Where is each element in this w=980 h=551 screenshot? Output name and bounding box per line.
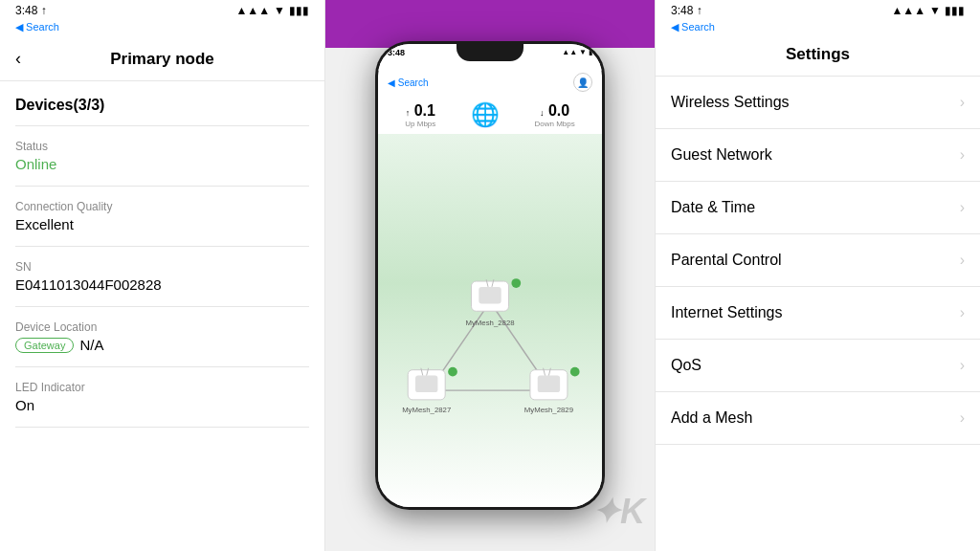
left-title: Primary node [110, 50, 214, 69]
phone-notch-area: 3:48 ▲▲ ▼ ▮ [378, 44, 602, 71]
left-content: Devices(3/3) Status Online Connection Qu… [0, 81, 324, 551]
globe-icon: 🌐 [471, 101, 500, 128]
node-right-label: MyMesh_2829 [524, 406, 573, 414]
gateway-badge: Gateway [15, 338, 74, 353]
device-location-row: Gateway N/A [15, 337, 309, 353]
phone-mesh-area: MyMesh_2828 MyMesh_2827 MyMesh_2829 [378, 134, 602, 507]
right-time-arrow: ↑ [697, 4, 702, 17]
connection-quality-label: Connection Quality [15, 200, 309, 213]
left-header: ‹ Primary node [0, 37, 324, 81]
phone-frame: 3:48 ▲▲ ▼ ▮ ◀ Search 👤 ↑ 0.1 [375, 41, 605, 510]
status-value: Online [15, 156, 309, 172]
phone-signal-icon: ▲▲ [562, 48, 577, 56]
device-count: Devices(3/3) [15, 81, 309, 126]
right-time: 3:48 ↑ [671, 4, 702, 17]
left-back-button[interactable]: ‹ [15, 49, 25, 69]
qos-chevron-icon: › [960, 357, 965, 374]
internet-settings-label: Internet Settings [671, 304, 783, 321]
right-back-label[interactable]: ◀ Search [671, 21, 715, 33]
node-left-label: MyMesh_2827 [402, 406, 451, 414]
led-indicator-label: LED Indicator [15, 381, 309, 394]
sn-label: SN [15, 260, 309, 274]
parental-control-chevron-icon: › [960, 252, 965, 269]
settings-item-add-mesh[interactable]: Add a Mesh › [656, 392, 980, 445]
phone-container: 3:48 ▲▲ ▼ ▮ ◀ Search 👤 ↑ 0.1 [325, 0, 655, 551]
node-right-router [538, 376, 560, 393]
device-location-value: N/A [79, 337, 103, 353]
node-left-indicator [448, 367, 457, 377]
led-indicator-value: On [15, 397, 309, 413]
device-location-label: Device Location [15, 320, 309, 334]
phone-header: ◀ Search 👤 [378, 71, 602, 96]
left-status-icons: ▲▲▲ ▼ ▮▮▮ [235, 4, 309, 17]
phone-download-stat: ↓ 0.0 Down Mbps [534, 102, 574, 128]
right-title: Settings [786, 45, 850, 64]
settings-item-datetime[interactable]: Date & Time › [656, 182, 980, 234]
left-back-row[interactable]: ◀ Search [0, 21, 324, 37]
phone-wifi-icon: ▼ [579, 48, 587, 56]
sn-section: SN E0411013044F002828 [15, 247, 309, 307]
sn-value: E0411013044F002828 [15, 276, 309, 293]
wifi-icon: ▼ [274, 4, 285, 17]
left-time-value: 3:48 [15, 4, 37, 17]
left-status-bar: 3:48 ↑ ▲▲▲ ▼ ▮▮▮ [0, 0, 324, 21]
led-indicator-section: LED Indicator On [15, 367, 309, 428]
left-time-arrow: ↑ [41, 4, 47, 17]
node-left-router [415, 376, 437, 393]
settings-item-wireless[interactable]: Wireless Settings › [656, 77, 980, 129]
settings-list: Wireless Settings › Guest Network › Date… [656, 77, 980, 551]
download-label: Down Mbps [534, 120, 574, 128]
left-panel: 3:48 ↑ ▲▲▲ ▼ ▮▮▮ ◀ Search ‹ Primary node… [0, 0, 325, 551]
add-mesh-label: Add a Mesh [671, 409, 752, 427]
internet-settings-chevron-icon: › [960, 304, 965, 321]
phone-notch [457, 44, 523, 61]
device-location-section: Device Location Gateway N/A [15, 307, 309, 367]
qos-label: QoS [671, 357, 702, 374]
node-top-router [479, 287, 501, 304]
right-back-row[interactable]: ◀ Search [656, 21, 980, 37]
phone-time: 3:48 [388, 48, 405, 57]
phone-battery-icon: ▮ [589, 48, 592, 56]
connection-quality-value: Excellent [15, 216, 309, 232]
connection-quality-section: Connection Quality Excellent [15, 187, 309, 247]
right-wifi-icon: ▼ [929, 4, 941, 17]
download-value: 0.0 [548, 102, 569, 119]
datetime-chevron-icon: › [960, 199, 965, 216]
signal-icon: ▲▲▲ [235, 4, 270, 17]
wireless-settings-chevron-icon: › [960, 94, 965, 111]
right-header: Settings [656, 37, 980, 77]
node-top-indicator [511, 278, 521, 288]
right-battery-icon: ▮▮▮ [945, 4, 965, 17]
status-label: Status [15, 140, 309, 153]
phone-upload-stat: ↑ 0.1 Up Mbps [405, 102, 435, 128]
status-section: Status Online [15, 126, 309, 187]
phone-stats: ↑ 0.1 Up Mbps 🌐 ↓ 0.0 Down Mbps [378, 96, 602, 134]
settings-item-parental[interactable]: Parental Control › [656, 234, 980, 287]
wireless-settings-label: Wireless Settings [671, 94, 790, 111]
down-arrow-icon: ↓ [540, 108, 545, 118]
datetime-label: Date & Time [671, 199, 755, 216]
mesh-svg: MyMesh_2828 MyMesh_2827 MyMesh_2829 [378, 134, 602, 507]
right-panel: 3:48 ↑ ▲▲▲ ▼ ▮▮▮ ◀ Search Settings Wirel… [655, 0, 980, 551]
battery-icon: ▮▮▮ [289, 4, 309, 17]
node-right-indicator [570, 367, 580, 377]
upload-label: Up Mbps [405, 120, 435, 128]
right-time-value: 3:48 [671, 4, 693, 17]
settings-item-guest[interactable]: Guest Network › [656, 129, 980, 182]
parental-control-label: Parental Control [671, 252, 782, 269]
phone-status-icons: ▲▲ ▼ ▮ [562, 48, 592, 56]
right-signal-icon: ▲▲▲ [891, 4, 925, 17]
left-back-label[interactable]: ◀ Search [15, 21, 59, 33]
guest-network-chevron-icon: › [960, 146, 965, 164]
upload-value: 0.1 [414, 102, 435, 119]
settings-item-qos[interactable]: QoS › [656, 340, 980, 392]
phone-back-link[interactable]: ◀ Search [388, 77, 428, 88]
right-status-bar: 3:48 ↑ ▲▲▲ ▼ ▮▮▮ [656, 0, 980, 21]
settings-item-internet[interactable]: Internet Settings › [656, 287, 980, 340]
right-status-icons: ▲▲▲ ▼ ▮▮▮ [891, 4, 965, 17]
left-time: 3:48 ↑ [15, 4, 47, 17]
node-top-label: MyMesh_2828 [465, 319, 514, 327]
guest-network-label: Guest Network [671, 146, 772, 164]
left-chevron-icon: ‹ [15, 49, 21, 69]
phone-profile-icon[interactable]: 👤 [573, 73, 592, 92]
